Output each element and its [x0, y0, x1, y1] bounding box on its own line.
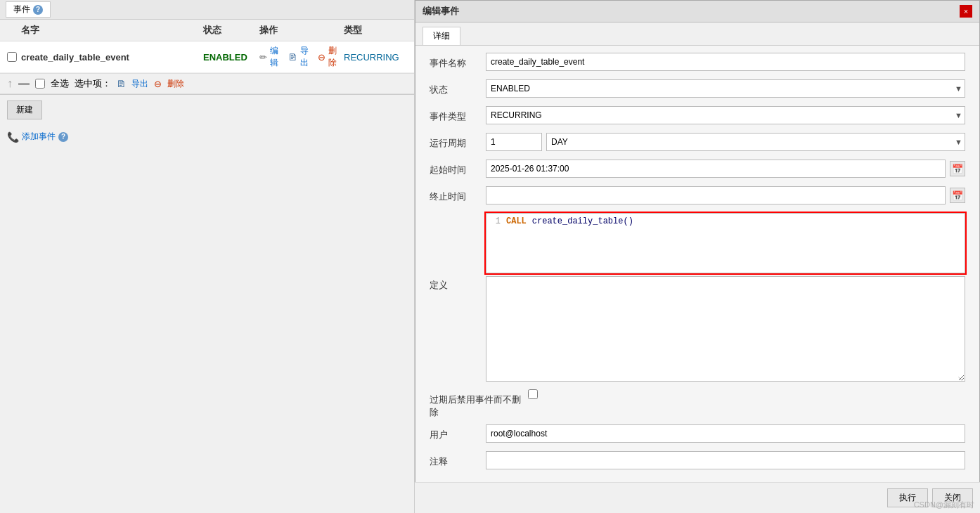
toolbar-bar: ↑ — 全选 选中项： 🖹 导出 ⊖ 删除 [0, 73, 414, 94]
period-unit-select[interactable]: DAY WEEK MONTH HOUR MINUTE [546, 133, 965, 151]
select-all-checkbox[interactable] [35, 79, 45, 89]
run-period-input[interactable] [486, 133, 542, 151]
event-type-control: RECURRING ONE TIME ▼ [486, 106, 965, 124]
comment-label: 注释 [430, 451, 486, 468]
add-event-link[interactable]: 添加事件 [22, 131, 56, 143]
add-event-label: 添加事件 [22, 131, 56, 143]
start-time-row: 起始时间 📅 [430, 160, 965, 181]
edit-event-dialog: 编辑事件 × 详细 事件名称 状态 ENABLED [415, 0, 980, 486]
resize-handle: ⟍ [957, 375, 965, 384]
end-time-control: 📅 [486, 186, 965, 204]
selected-items-label: 选中项： [75, 77, 111, 90]
add-event-section: 📞 添加事件 ? [0, 125, 414, 148]
edit-link[interactable]: 编辑 [270, 45, 285, 69]
export-toolbar-icon: 🖹 [117, 79, 126, 89]
delete-toolbar-label: 删除 [167, 78, 184, 90]
code-line-1: 1 CALL create_daily_table() [489, 216, 962, 226]
user-row: 用户 [430, 424, 965, 446]
delete-label: 删除 [328, 45, 344, 69]
event-status: ENABLED [203, 52, 259, 63]
col-actions: 操作 [259, 24, 344, 37]
user-control [486, 424, 965, 443]
left-panel: 事件 ? 名字 状态 操作 类型 create_daily_table_even… [0, 0, 415, 513]
event-type-label: 事件类型 [430, 106, 486, 123]
end-time-calendar-btn[interactable]: 📅 [950, 188, 965, 203]
comment-input[interactable] [486, 451, 965, 469]
definition-row: 定义 ⟍ [430, 276, 965, 384]
events-tab-label: 事件 [13, 4, 30, 15]
start-time-control: 📅 [486, 160, 965, 178]
event-type: RECURRING [344, 52, 407, 63]
add-event-help-icon[interactable]: ? [58, 132, 68, 142]
event-name-input[interactable] [486, 53, 965, 71]
status-select-wrapper: ENABLED DISABLED ▼ [486, 79, 965, 98]
comment-control [486, 451, 965, 469]
end-time-row: 终止时间 📅 [430, 186, 965, 207]
code-editor[interactable]: 1 CALL create_daily_table() [486, 213, 965, 273]
status-row: 状态 ENABLED DISABLED ▼ [430, 79, 965, 100]
delete-icon: ⊖ [318, 52, 325, 63]
col-type: 类型 [344, 24, 407, 37]
separator-dash: — [18, 77, 30, 90]
dialog-title: 编辑事件 [423, 5, 459, 18]
code-label [430, 213, 486, 217]
new-button[interactable]: 新建 [7, 100, 42, 119]
new-section: 新建 [0, 95, 414, 125]
status-label: 状态 [430, 79, 486, 96]
status-control: ENABLED DISABLED ▼ [486, 79, 965, 98]
start-time-input[interactable] [486, 160, 946, 178]
event-name-label: 事件名称 [430, 53, 486, 70]
disable-expire-control [528, 389, 965, 399]
table-header: 名字 状态 操作 类型 [0, 20, 414, 41]
event-name: create_daily_table_event [21, 52, 203, 63]
event-type-row: 事件类型 RECURRING ONE TIME ▼ [430, 106, 965, 127]
delete-toolbar-icon: ⊖ [154, 79, 162, 89]
definition-label: 定义 [430, 276, 486, 292]
dialog-close-button[interactable]: × [960, 5, 972, 18]
back-arrow-icon: ↑ [7, 77, 13, 90]
status-select[interactable]: ENABLED DISABLED [486, 79, 965, 98]
event-name-row: 事件名称 [430, 53, 965, 74]
period-unit-wrapper: DAY WEEK MONTH HOUR MINUTE ▼ [546, 133, 965, 151]
disable-expire-row: 过期后禁用事件而不删除 [430, 389, 965, 419]
delete-link[interactable]: 删除 [328, 45, 344, 69]
top-bar: 事件 ? [0, 0, 414, 20]
events-tab[interactable]: 事件 ? [6, 1, 51, 18]
export-label: 导出 [300, 45, 316, 69]
disable-expire-checkbox[interactable] [528, 389, 538, 399]
end-date-wrapper [486, 186, 946, 204]
comment-row: 注释 [430, 451, 965, 472]
event-type-select[interactable]: RECURRING ONE TIME [486, 106, 965, 124]
row-checkbox[interactable] [7, 52, 17, 62]
events-help-icon[interactable]: ? [33, 5, 43, 15]
row-actions: ✏ 编辑 🖹 导出 ⊖ 删除 [259, 45, 344, 69]
code-keyword: CALL [506, 216, 527, 226]
run-period-label: 运行周期 [430, 133, 486, 150]
definition-wrapper: ⟍ [486, 276, 965, 384]
delete-toolbar-btn[interactable]: 删除 [167, 78, 184, 90]
export-toolbar-btn[interactable]: 导出 [131, 78, 148, 90]
definition-textarea[interactable] [486, 276, 965, 382]
export-toolbar-label: 导出 [131, 78, 148, 90]
end-time-input[interactable] [486, 186, 946, 204]
edit-label: 编辑 [270, 45, 285, 69]
select-all-label: 全选 [51, 77, 69, 90]
user-input[interactable] [486, 424, 965, 443]
dialog-content: 事件名称 状态 ENABLED DISABLED ▼ [415, 46, 979, 485]
export-link[interactable]: 导出 [300, 45, 316, 69]
dialog-tabs: 详细 [415, 22, 979, 46]
event-type-select-wrapper: RECURRING ONE TIME ▼ [486, 106, 965, 124]
col-status: 状态 [203, 24, 259, 37]
start-date-wrapper [486, 160, 946, 178]
start-time-calendar-btn[interactable]: 📅 [950, 161, 965, 176]
code-editor-row: 1 CALL create_daily_table() [430, 213, 965, 273]
event-name-control [486, 53, 965, 71]
table-row: create_daily_table_event ENABLED ✏ 编辑 🖹 … [0, 41, 414, 73]
phone-icon: 📞 [7, 131, 19, 143]
detail-tab[interactable]: 详细 [423, 27, 460, 45]
dialog-title-bar: 编辑事件 × [415, 1, 979, 22]
col-name: 名字 [21, 24, 203, 37]
code-editor-wrapper: 1 CALL create_daily_table() [486, 213, 965, 273]
line-number-1: 1 [489, 216, 501, 226]
disable-expire-label: 过期后禁用事件而不删除 [430, 389, 528, 419]
